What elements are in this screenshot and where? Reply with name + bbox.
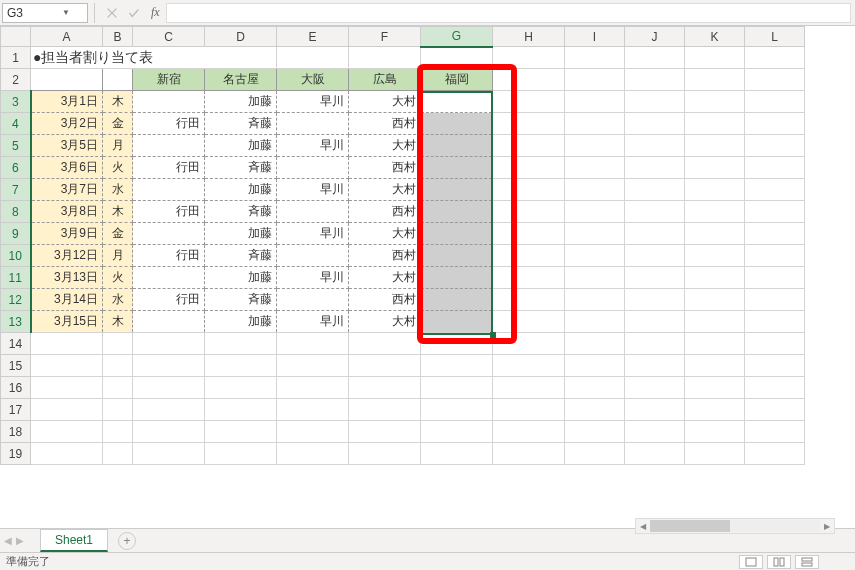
select-all-corner[interactable] <box>1 27 31 47</box>
cell[interactable] <box>349 333 421 355</box>
row-10[interactable]: 10 <box>1 245 31 267</box>
cell[interactable] <box>133 399 205 421</box>
hdr-hiroshima[interactable]: 広島 <box>349 69 421 91</box>
cell[interactable]: 行田 <box>133 201 205 223</box>
row-4[interactable]: 4 <box>1 113 31 135</box>
cell[interactable] <box>745 355 805 377</box>
cell-selected[interactable] <box>421 289 493 311</box>
cancel-icon[interactable] <box>101 3 123 23</box>
cell-date[interactable]: 3月8日 <box>31 201 103 223</box>
cell[interactable]: 西村 <box>349 201 421 223</box>
cell-dow[interactable]: 金 <box>103 113 133 135</box>
cell[interactable]: 加藤 <box>205 267 277 289</box>
cell[interactable] <box>277 289 349 311</box>
cell-dow[interactable]: 火 <box>103 157 133 179</box>
cell[interactable]: 大村 <box>349 91 421 113</box>
row-5[interactable]: 5 <box>1 135 31 157</box>
cell[interactable] <box>133 135 205 157</box>
cell[interactable] <box>277 443 349 465</box>
cell[interactable] <box>103 377 133 399</box>
sheet-table[interactable]: A B C D E F G H I J K L 1 ●担当者割り当て表 2 新宿… <box>0 26 805 465</box>
cell[interactable] <box>277 333 349 355</box>
cell[interactable] <box>349 377 421 399</box>
cell[interactable] <box>685 421 745 443</box>
cell[interactable]: 早川 <box>277 91 349 113</box>
cell[interactable] <box>349 355 421 377</box>
cell[interactable]: 早川 <box>277 267 349 289</box>
row-7[interactable]: 7 <box>1 179 31 201</box>
cell[interactable] <box>277 157 349 179</box>
cell[interactable]: 早川 <box>277 311 349 333</box>
cell[interactable] <box>421 399 493 421</box>
cell-dow[interactable]: 火 <box>103 267 133 289</box>
col-K[interactable]: K <box>685 27 745 47</box>
cell[interactable]: 早川 <box>277 223 349 245</box>
cell-selected[interactable] <box>421 135 493 157</box>
row-8[interactable]: 8 <box>1 201 31 223</box>
cell-selected[interactable] <box>421 245 493 267</box>
cell[interactable] <box>349 421 421 443</box>
cell-dow[interactable]: 木 <box>103 201 133 223</box>
cell[interactable] <box>133 267 205 289</box>
cell[interactable] <box>205 443 277 465</box>
col-F[interactable]: F <box>349 27 421 47</box>
cell[interactable] <box>745 421 805 443</box>
cell[interactable] <box>685 377 745 399</box>
cell[interactable] <box>31 333 103 355</box>
cell[interactable]: 斉藤 <box>205 245 277 267</box>
col-L[interactable]: L <box>745 27 805 47</box>
cell-dow[interactable]: 金 <box>103 223 133 245</box>
cell[interactable]: 行田 <box>133 157 205 179</box>
col-G[interactable]: G <box>421 27 493 47</box>
cell[interactable] <box>745 333 805 355</box>
cell[interactable] <box>133 179 205 201</box>
cell[interactable]: 大村 <box>349 179 421 201</box>
cell[interactable]: 西村 <box>349 113 421 135</box>
cell[interactable] <box>31 443 103 465</box>
cell-date[interactable]: 3月13日 <box>31 267 103 289</box>
col-H[interactable]: H <box>493 27 565 47</box>
cell-dow[interactable]: 月 <box>103 135 133 157</box>
sheet-nav[interactable]: ◀ ▶ <box>4 535 24 546</box>
cell-date[interactable]: 3月7日 <box>31 179 103 201</box>
view-pagebreak-icon[interactable] <box>795 555 819 569</box>
cell-dow[interactable]: 木 <box>103 311 133 333</box>
cell[interactable] <box>745 443 805 465</box>
col-J[interactable]: J <box>625 27 685 47</box>
cell-dow[interactable]: 月 <box>103 245 133 267</box>
cell[interactable] <box>133 91 205 113</box>
hdr-fukuoka[interactable]: 福岡 <box>421 69 493 91</box>
cell-date[interactable]: 3月12日 <box>31 245 103 267</box>
row-16[interactable]: 16 <box>1 377 31 399</box>
cell[interactable] <box>421 377 493 399</box>
cell-selected[interactable] <box>421 201 493 223</box>
row-3[interactable]: 3 <box>1 91 31 113</box>
cell[interactable]: 斉藤 <box>205 289 277 311</box>
sheet-next-icon[interactable]: ▶ <box>16 535 24 546</box>
cell-dow[interactable]: 水 <box>103 289 133 311</box>
cell[interactable] <box>421 443 493 465</box>
cell[interactable]: 行田 <box>133 289 205 311</box>
col-B[interactable]: B <box>103 27 133 47</box>
cell[interactable]: 西村 <box>349 289 421 311</box>
row-9[interactable]: 9 <box>1 223 31 245</box>
row-14[interactable]: 14 <box>1 333 31 355</box>
hdr-osaka[interactable]: 大阪 <box>277 69 349 91</box>
cell[interactable] <box>685 355 745 377</box>
cell-selected[interactable] <box>421 311 493 333</box>
row-2[interactable]: 2 <box>1 69 31 91</box>
enter-icon[interactable] <box>123 3 145 23</box>
cell[interactable] <box>625 443 685 465</box>
cell[interactable] <box>421 421 493 443</box>
cell[interactable]: 早川 <box>277 179 349 201</box>
cell[interactable] <box>625 333 685 355</box>
row-12[interactable]: 12 <box>1 289 31 311</box>
row-15[interactable]: 15 <box>1 355 31 377</box>
cell-date[interactable]: 3月6日 <box>31 157 103 179</box>
row-19[interactable]: 19 <box>1 443 31 465</box>
cell[interactable] <box>277 399 349 421</box>
row-6[interactable]: 6 <box>1 157 31 179</box>
cell-selected[interactable] <box>421 157 493 179</box>
col-D[interactable]: D <box>205 27 277 47</box>
sheet-tab-1[interactable]: Sheet1 <box>40 529 108 552</box>
